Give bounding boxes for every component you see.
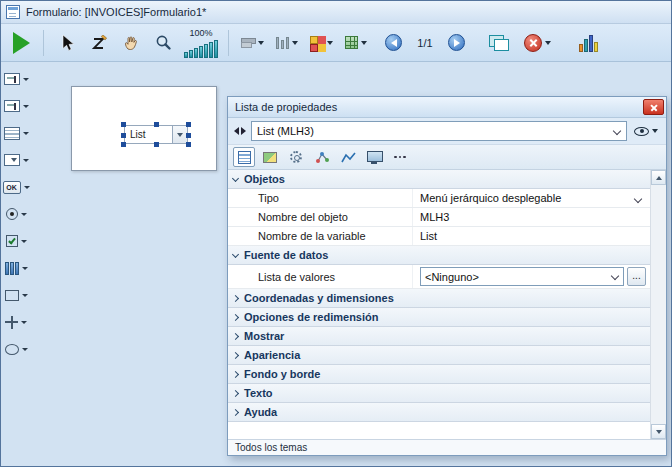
property-value-dropdown[interactable]: Menú jerárquico desplegable [413, 189, 650, 207]
value-list-dropdown[interactable]: <Ninguno> [420, 267, 624, 286]
splitter-tool-button[interactable] [5, 259, 28, 277]
form-design-surface[interactable]: List [71, 86, 217, 171]
chevron-collapsed-icon [232, 389, 239, 396]
chevron-expanded-icon [232, 250, 239, 257]
section-header-opciones-redimension[interactable]: Opciones de redimensión [228, 308, 650, 327]
close-button[interactable] [643, 99, 664, 115]
form-window-icon [6, 5, 20, 19]
grid-snap-menu-button[interactable] [345, 36, 367, 49]
checkbox-tool-button[interactable] [6, 232, 27, 250]
events-view-button[interactable] [311, 147, 333, 167]
align-menu-button[interactable] [241, 37, 264, 49]
section-header-fuente-de-datos[interactable]: Fuente de datos [228, 246, 650, 265]
section-header-fondo-y-borde[interactable]: Fondo y borde [228, 365, 650, 384]
zoom-bars-icon [184, 39, 218, 58]
section-header-ayuda[interactable]: Ayuda [228, 403, 650, 422]
hierarchical-popup-widget[interactable]: List [124, 125, 188, 144]
windows-list-button[interactable] [489, 35, 508, 50]
level-menu-button[interactable] [310, 36, 333, 50]
rectangle-tool-button[interactable] [5, 286, 28, 304]
selection-handle[interactable] [121, 122, 126, 127]
properties-view-button[interactable] [233, 147, 255, 167]
distribute-icon [276, 37, 289, 49]
input-field-icon [4, 100, 20, 112]
scroll-down-button[interactable] [651, 424, 666, 439]
zoom-level-label: 100% [189, 28, 212, 38]
chevron-down-icon [22, 267, 28, 270]
arrow-down-icon [656, 430, 662, 434]
listbox-icon [4, 127, 20, 140]
oval-tool-button[interactable] [5, 340, 28, 358]
section-header-mostrar[interactable]: Mostrar [228, 327, 650, 346]
object-tool-palette: OK [1, 62, 31, 466]
entry-order-tool-button[interactable] [86, 28, 112, 58]
object-selector-dropdown[interactable]: List (MLH3) [251, 121, 627, 141]
chevron-collapsed-icon [232, 332, 239, 339]
text-field-icon [4, 73, 20, 85]
distribute-menu-button[interactable] [276, 37, 298, 49]
selection-handle[interactable] [154, 122, 159, 127]
section-header-objetos[interactable]: Objetos [228, 170, 650, 189]
chevron-expanded-icon [232, 174, 239, 181]
selection-handle[interactable] [121, 133, 126, 138]
button-tool-button[interactable]: OK [3, 178, 30, 196]
display-view-button[interactable] [363, 147, 385, 167]
selection-handle[interactable] [154, 142, 159, 147]
property-rows: Objetos Tipo Menú jerárquico desplegable… [228, 170, 650, 439]
text-tool-button[interactable] [4, 70, 29, 88]
input-tool-button[interactable] [4, 97, 29, 115]
selection-handle[interactable] [186, 122, 191, 127]
chart-tool-button[interactable] [579, 34, 598, 52]
radio-tool-button[interactable] [6, 205, 27, 223]
property-label: Lista de valores [228, 265, 413, 288]
window-titlebar[interactable]: Formulario: [INVOICES]Formulario1* [1, 1, 671, 24]
delete-menu-button[interactable] [524, 34, 551, 52]
panel-scrollbar[interactable] [650, 170, 666, 439]
zoom-level-control[interactable]: 100% [184, 28, 218, 58]
previous-object-button[interactable] [234, 127, 239, 135]
run-form-button[interactable] [9, 28, 33, 58]
selection-handle[interactable] [121, 142, 126, 147]
scroll-up-button[interactable] [651, 170, 666, 185]
section-label: Coordenadas y dimensiones [244, 292, 394, 304]
image-view-button[interactable] [259, 147, 281, 167]
settings-view-button[interactable] [285, 147, 307, 167]
gear-icon [290, 151, 302, 163]
arrow-left-icon [391, 39, 397, 47]
edit-list-button[interactable]: ... [627, 267, 646, 286]
section-header-texto[interactable]: Texto [228, 384, 650, 403]
listbox-tool-button[interactable] [4, 124, 29, 142]
window-title: Formulario: [INVOICES]Formulario1* [26, 6, 206, 18]
selection-handle[interactable] [186, 133, 191, 138]
section-header-coordenadas[interactable]: Coordenadas y dimensiones [228, 289, 650, 308]
section-header-apariencia[interactable]: Apariencia [228, 346, 650, 365]
zoom-tool-button[interactable] [150, 28, 176, 58]
chevron-down-icon [361, 41, 367, 45]
next-page-button[interactable] [448, 34, 465, 51]
property-value-input[interactable]: List [413, 227, 650, 245]
pan-tool-button[interactable] [118, 28, 144, 58]
chevron-down-icon [21, 240, 27, 243]
curve-view-button[interactable] [337, 147, 359, 167]
chevron-down-icon [634, 195, 642, 203]
section-label: Apariencia [244, 349, 300, 361]
more-options-button[interactable] [389, 147, 411, 167]
monitor-icon [367, 151, 381, 164]
ellipsis-icon [394, 156, 406, 159]
image-icon [263, 152, 277, 163]
splitter-icon [5, 262, 19, 275]
line-tool-button[interactable] [5, 313, 27, 331]
select-tool-button[interactable] [54, 28, 80, 58]
selection-handle[interactable] [186, 142, 191, 147]
next-object-button[interactable] [241, 127, 246, 135]
combobox-tool-button[interactable] [4, 151, 29, 169]
previous-page-button[interactable] [385, 34, 402, 51]
property-list-panel: Lista de propiedades List (MLH3) [227, 96, 667, 456]
panel-titlebar[interactable]: Lista de propiedades [228, 97, 666, 118]
toolbar-separator [43, 30, 44, 56]
view-options-button[interactable] [632, 127, 660, 136]
section-label: Mostrar [244, 330, 284, 342]
section-label: Objetos [244, 173, 285, 185]
property-value-input[interactable]: MLH3 [413, 208, 650, 226]
section-label: Opciones de redimensión [244, 311, 378, 323]
